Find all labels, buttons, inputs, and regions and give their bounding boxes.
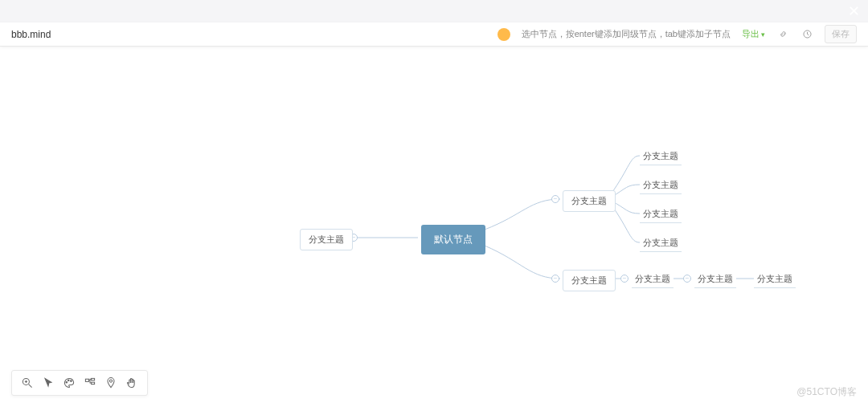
- node-label: 分支主题: [571, 196, 607, 206]
- save-button[interactable]: 保存: [825, 25, 857, 43]
- node-label: 分支主题: [571, 275, 607, 285]
- mindmap-canvas[interactable]: 默认节点 − 分支主题 − 分支主题 分支主题 分支主题 分支主题 分支主题 −…: [0, 47, 868, 407]
- filename: bbb.mind: [11, 29, 51, 40]
- locate-icon[interactable]: [104, 376, 118, 390]
- mindmap-leaf[interactable]: 分支主题: [640, 206, 682, 223]
- mindmap-leaf[interactable]: 分支主题: [694, 271, 736, 288]
- collapse-toggle[interactable]: −: [683, 275, 691, 283]
- node-label: 默认节点: [434, 234, 473, 245]
- node-label: 分支主题: [757, 274, 792, 283]
- node-label: 分支主题: [643, 209, 678, 218]
- svg-point-11: [71, 381, 72, 382]
- shortcut-hint: 选中节点，按enter键添加同级节点，tab键添加子节点: [522, 28, 731, 40]
- history-icon[interactable]: [800, 28, 813, 41]
- svg-point-9: [66, 381, 68, 383]
- watermark: @51CTO博客: [796, 385, 857, 399]
- mindmap-leaf[interactable]: 分支主题: [632, 271, 674, 288]
- mindmap-node-top[interactable]: 分支主题: [563, 190, 616, 212]
- mindmap-leaf[interactable]: 分支主题: [640, 177, 682, 194]
- node-label: 分支主题: [635, 274, 670, 283]
- node-label: 分支主题: [643, 151, 678, 161]
- svg-point-15: [109, 380, 112, 382]
- mindmap-root-node[interactable]: 默认节点: [421, 225, 485, 254]
- node-label: 分支主题: [698, 274, 733, 283]
- canvas-toolbar: [11, 370, 148, 396]
- node-label: 分支主题: [309, 234, 344, 244]
- avatar[interactable]: [497, 28, 510, 41]
- structure-icon[interactable]: [83, 376, 97, 390]
- toolbar: bbb.mind 选中节点，按enter键添加同级节点，tab键添加子节点 导出…: [0, 22, 868, 47]
- hand-pan-icon[interactable]: [125, 376, 139, 390]
- mindmap-node-bottom[interactable]: 分支主题: [563, 270, 616, 291]
- theme-icon[interactable]: [62, 376, 76, 390]
- close-icon[interactable]: ✕: [845, 3, 862, 19]
- mindmap-node-left[interactable]: 分支主题: [300, 229, 353, 250]
- link-icon[interactable]: [776, 28, 789, 41]
- pointer-icon[interactable]: [41, 376, 55, 390]
- svg-rect-12: [85, 379, 88, 381]
- svg-line-8: [29, 385, 32, 388]
- svg-rect-14: [92, 382, 95, 384]
- export-button[interactable]: 导出: [742, 28, 765, 40]
- svg-point-10: [68, 380, 69, 381]
- node-label: 分支主题: [643, 180, 678, 189]
- svg-rect-13: [92, 378, 95, 380]
- mindmap-leaf[interactable]: 分支主题: [640, 148, 682, 165]
- collapse-toggle[interactable]: −: [551, 195, 559, 203]
- zoom-in-icon[interactable]: [20, 376, 35, 390]
- mindmap-leaf[interactable]: 分支主题: [754, 271, 796, 288]
- export-label: 导出: [742, 28, 760, 40]
- collapse-toggle[interactable]: −: [620, 275, 628, 283]
- node-label: 分支主题: [643, 238, 678, 247]
- mindmap-leaf[interactable]: 分支主题: [640, 234, 682, 252]
- collapse-toggle[interactable]: −: [551, 275, 559, 283]
